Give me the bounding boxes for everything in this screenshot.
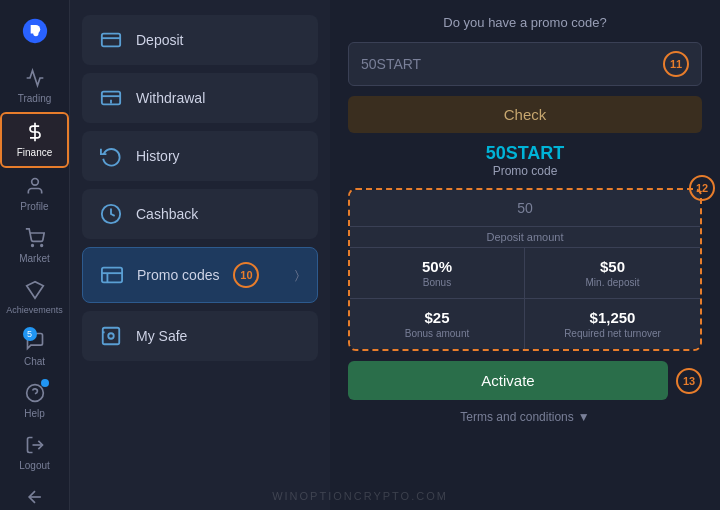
svg-rect-11 — [102, 34, 120, 47]
svg-point-1 — [33, 31, 38, 36]
svg-rect-19 — [103, 328, 120, 345]
back-arrow-icon — [25, 487, 45, 509]
svg-point-20 — [108, 333, 114, 339]
sidebar-label-achievements: Achievements — [6, 305, 63, 315]
stat-label-bonus: Bonus — [360, 277, 514, 288]
withdrawal-icon — [100, 87, 122, 109]
promo-code-subtitle: Promo code — [348, 164, 702, 178]
stat-value-bonus-amount: $25 — [360, 309, 514, 326]
right-panel: Do you have a promo code? 11 Check 50STA… — [330, 0, 720, 510]
promo-arrow-icon: 〉 — [295, 268, 299, 282]
stat-bonus: 50% Bonus — [350, 248, 525, 299]
diamond-icon — [25, 280, 45, 302]
deposit-label: Deposit amount — [350, 227, 700, 248]
promo-question: Do you have a promo code? — [348, 15, 702, 30]
sidebar-label-chat: Chat — [24, 356, 45, 367]
deposit-amount-field: 50 — [350, 190, 700, 227]
terms-row[interactable]: Terms and conditions ▼ — [348, 410, 702, 424]
logo — [0, 10, 69, 60]
sidebar-label-profile: Profile — [20, 201, 48, 212]
menu-label-withdrawal: Withdrawal — [136, 90, 205, 106]
activate-row: Activate 13 — [348, 361, 702, 400]
cart-icon — [25, 228, 45, 250]
deposit-icon — [100, 29, 122, 51]
chat-icon: 5 — [25, 331, 45, 353]
sidebar: Trading Finance Profile Market Achieveme… — [0, 0, 70, 510]
sidebar-back-arrow[interactable] — [14, 479, 55, 510]
menu-label-deposit: Deposit — [136, 32, 183, 48]
help-notification-dot — [41, 379, 49, 387]
question-icon — [25, 383, 45, 405]
svg-point-3 — [31, 179, 38, 186]
sidebar-item-achievements[interactable]: Achievements — [0, 272, 69, 323]
menu-item-history[interactable]: History — [82, 131, 318, 181]
dollar-icon — [25, 122, 45, 144]
stat-value-bonus: 50% — [360, 258, 514, 275]
svg-rect-16 — [102, 268, 122, 283]
stat-label-min-deposit: Min. deposit — [535, 277, 690, 288]
promo-box: 50 Deposit amount 50% Bonus $50 Min. dep… — [348, 188, 702, 351]
promo-code-input[interactable] — [361, 56, 655, 72]
annotation-10: 10 — [233, 262, 259, 288]
menu-item-deposit[interactable]: Deposit — [82, 15, 318, 65]
stat-net-turnover: $1,250 Required net turnover — [525, 299, 700, 349]
promo-icon — [101, 264, 123, 286]
menu-label-cashback: Cashback — [136, 206, 198, 222]
sidebar-item-trading[interactable]: Trading — [0, 60, 69, 112]
menu-label-promo-codes: Promo codes — [137, 267, 219, 283]
sidebar-label-trading: Trading — [18, 93, 52, 104]
menu-item-my-safe[interactable]: My Safe — [82, 311, 318, 361]
menu-item-withdrawal[interactable]: Withdrawal — [82, 73, 318, 123]
menu-item-promo-codes[interactable]: Promo codes 10 〉 — [82, 247, 318, 303]
terms-label: Terms and conditions — [460, 410, 573, 424]
sidebar-item-chat[interactable]: 5 Chat — [0, 323, 69, 375]
sidebar-item-profile[interactable]: Profile — [0, 168, 69, 220]
chat-badge: 5 — [23, 327, 37, 341]
menu-item-cashback[interactable]: Cashback — [82, 189, 318, 239]
stat-value-net-turnover: $1,250 — [535, 309, 690, 326]
sidebar-item-logout[interactable]: Logout — [14, 427, 55, 479]
sidebar-item-help[interactable]: Help — [0, 375, 69, 427]
sidebar-label-finance: Finance — [17, 147, 53, 158]
annotation-12: 12 — [689, 175, 715, 201]
sidebar-bottom: Logout — [14, 427, 55, 510]
sidebar-label-help: Help — [24, 408, 45, 419]
logo-icon — [22, 18, 48, 44]
promo-stats: 50% Bonus $50 Min. deposit $25 Bonus amo… — [350, 248, 700, 349]
sidebar-item-finance[interactable]: Finance — [0, 112, 69, 168]
sidebar-item-market[interactable]: Market — [0, 220, 69, 272]
cashback-icon — [100, 203, 122, 225]
promo-details-container: 50 Deposit amount 50% Bonus $50 Min. dep… — [348, 188, 702, 351]
annotation-13: 13 — [676, 368, 702, 394]
stat-label-bonus-amount: Bonus amount — [360, 328, 514, 339]
terms-chevron-icon: ▼ — [578, 410, 590, 424]
safe-icon — [100, 325, 122, 347]
finance-menu: Deposit Withdrawal History Cashback Prom… — [70, 0, 330, 510]
chart-icon — [25, 68, 45, 90]
user-icon — [25, 176, 45, 198]
stat-bonus-amount: $25 Bonus amount — [350, 299, 525, 349]
sidebar-label-market: Market — [19, 253, 50, 264]
menu-label-history: History — [136, 148, 180, 164]
history-icon — [100, 145, 122, 167]
logout-icon — [25, 435, 45, 457]
stat-min-deposit: $50 Min. deposit — [525, 248, 700, 299]
sidebar-label-logout: Logout — [19, 460, 50, 471]
stat-value-min-deposit: $50 — [535, 258, 690, 275]
stat-label-net-turnover: Required net turnover — [535, 328, 690, 339]
menu-label-my-safe: My Safe — [136, 328, 187, 344]
promo-input-row: 11 — [348, 42, 702, 86]
check-button[interactable]: Check — [348, 96, 702, 133]
promo-code-title: 50START — [348, 143, 702, 164]
annotation-11: 11 — [663, 51, 689, 77]
svg-point-4 — [31, 245, 33, 247]
svg-point-5 — [40, 245, 42, 247]
svg-marker-6 — [26, 282, 43, 299]
activate-button[interactable]: Activate — [348, 361, 668, 400]
promo-result: 50START Promo code — [348, 143, 702, 178]
